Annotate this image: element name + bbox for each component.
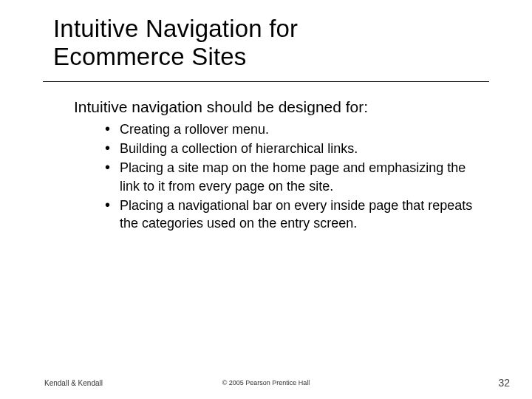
body-area: Intuitive navigation should be designed … — [0, 82, 532, 233]
slide-title: Intuitive Navigation for Ecommerce Sites — [0, 15, 532, 71]
lead-text: Intuitive navigation should be designed … — [74, 98, 488, 116]
footer-author: Kendall & Kendall — [44, 379, 103, 387]
list-item: Creating a rollover menu. — [108, 120, 488, 138]
slide-number: 32 — [498, 377, 510, 389]
footer: Kendall & Kendall © 2005 Pearson Prentic… — [0, 377, 532, 389]
list-item: Placing a site map on the home page and … — [108, 159, 488, 195]
title-line-2: Ecommerce Sites — [53, 43, 247, 70]
footer-copyright: © 2005 Pearson Prentice Hall — [222, 379, 310, 386]
list-item: Building a collection of hierarchical li… — [108, 140, 488, 157]
list-item: Placing a navigational bar on every insi… — [108, 197, 488, 233]
title-line-1: Intuitive Navigation for — [53, 15, 298, 42]
slide: Intuitive Navigation for Ecommerce Sites… — [0, 0, 532, 399]
bullet-list: Creating a rollover menu. Building a col… — [74, 120, 488, 233]
